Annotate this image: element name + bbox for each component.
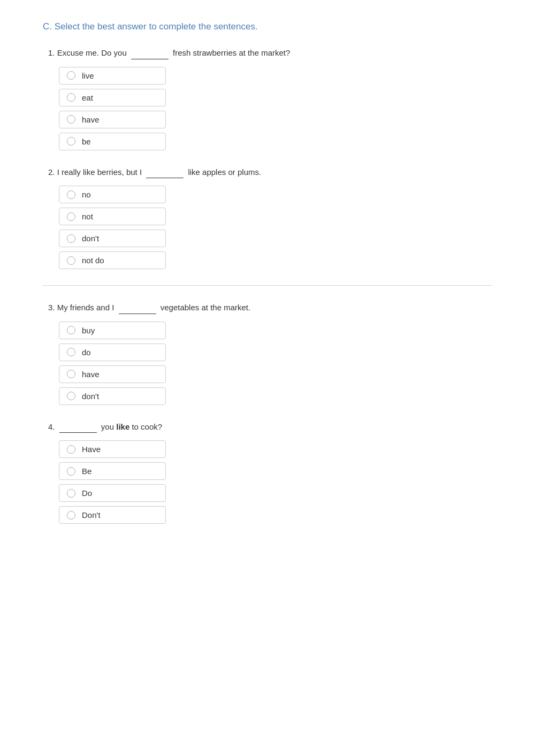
list-item: live <box>59 67 492 85</box>
radio-icon[interactable] <box>67 256 75 265</box>
radio-icon[interactable] <box>67 71 75 80</box>
option-3-3[interactable]: have <box>59 365 166 383</box>
option-label: have <box>82 115 100 124</box>
radio-icon[interactable] <box>67 489 75 498</box>
radio-icon[interactable] <box>67 212 75 221</box>
radio-icon[interactable] <box>67 190 75 199</box>
radio-icon[interactable] <box>67 467 75 476</box>
question-4-number: 4. you like to cook? <box>48 422 162 431</box>
question-3-number: 3. My friends and I vegetables at the ma… <box>48 303 250 312</box>
question-3-text: 3. My friends and I vegetables at the ma… <box>48 302 492 314</box>
radio-icon[interactable] <box>67 115 75 124</box>
radio-icon[interactable] <box>67 234 75 243</box>
list-item: be <box>59 133 492 150</box>
option-label: not <box>82 212 93 221</box>
question-1-blank <box>131 59 169 59</box>
option-label: don't <box>82 392 99 401</box>
option-label: don't <box>82 234 99 243</box>
option-3-2[interactable]: do <box>59 343 166 361</box>
question-1: 1. Excuse me. Do you fresh strawberries … <box>48 47 492 150</box>
question-2-blank <box>146 178 184 178</box>
option-label: no <box>82 190 91 199</box>
option-label: buy <box>82 326 95 335</box>
option-1-1[interactable]: live <box>59 67 166 85</box>
question-4-options: Have Be Do Don't <box>59 440 492 524</box>
list-item: do <box>59 343 492 361</box>
list-item: not <box>59 208 492 225</box>
option-label: Have <box>82 445 101 454</box>
radio-icon[interactable] <box>67 392 75 400</box>
list-item: Do <box>59 484 492 502</box>
option-1-3[interactable]: have <box>59 111 166 128</box>
question-3-blank <box>119 314 156 314</box>
radio-icon[interactable] <box>67 326 75 334</box>
option-label: live <box>82 71 94 80</box>
list-item: Don't <box>59 506 492 524</box>
option-2-3[interactable]: don't <box>59 230 166 247</box>
option-1-4[interactable]: be <box>59 133 166 150</box>
list-item: Be <box>59 462 492 480</box>
option-2-1[interactable]: no <box>59 186 166 203</box>
question-4-text: 4. you like to cook? <box>48 421 492 433</box>
option-2-2[interactable]: not <box>59 208 166 225</box>
option-label: Do <box>82 488 92 498</box>
section-divider <box>43 285 492 286</box>
list-item: not do <box>59 251 492 269</box>
list-item: don't <box>59 230 492 247</box>
list-item: have <box>59 111 492 128</box>
question-3: 3. My friends and I vegetables at the ma… <box>48 302 492 405</box>
radio-icon[interactable] <box>67 348 75 356</box>
list-item: no <box>59 186 492 203</box>
list-item: don't <box>59 387 492 405</box>
option-4-2[interactable]: Be <box>59 462 166 480</box>
option-1-2[interactable]: eat <box>59 89 166 106</box>
question-4-blank <box>59 432 97 433</box>
list-item: have <box>59 365 492 383</box>
question-4: 4. you like to cook? Have Be Do <box>48 421 492 524</box>
option-label: do <box>82 348 91 357</box>
question-3-options: buy do have don't <box>59 322 492 405</box>
radio-icon[interactable] <box>67 93 75 102</box>
option-label: have <box>82 370 100 379</box>
question-2-text: 2. I really like berries, but I like app… <box>48 166 492 179</box>
question-1-text: 1. Excuse me. Do you fresh strawberries … <box>48 47 492 59</box>
option-2-4[interactable]: not do <box>59 251 166 269</box>
option-4-1[interactable]: Have <box>59 440 166 458</box>
option-4-4[interactable]: Don't <box>59 506 166 524</box>
question-2-number: 2. I really like berries, but I like app… <box>48 167 261 177</box>
radio-icon[interactable] <box>67 370 75 378</box>
question-2: 2. I really like berries, but I like app… <box>48 166 492 270</box>
option-label: eat <box>82 93 93 102</box>
option-3-4[interactable]: don't <box>59 387 166 405</box>
question-1-options: live eat have be <box>59 67 492 150</box>
radio-icon[interactable] <box>67 137 75 146</box>
radio-icon[interactable] <box>67 445 75 454</box>
questions-section: 1. Excuse me. Do you fresh strawberries … <box>43 47 492 524</box>
list-item: buy <box>59 322 492 339</box>
section-title: C. Select the best answer to complete th… <box>43 21 492 32</box>
question-2-options: no not don't not do <box>59 186 492 269</box>
option-label: be <box>82 137 91 146</box>
radio-icon[interactable] <box>67 511 75 520</box>
option-3-1[interactable]: buy <box>59 322 166 339</box>
option-label: Don't <box>82 510 101 520</box>
list-item: Have <box>59 440 492 458</box>
option-label: Be <box>82 467 91 476</box>
option-label: not do <box>82 256 104 265</box>
list-item: eat <box>59 89 492 106</box>
question-1-number: 1. Excuse me. Do you fresh strawberries … <box>48 48 290 57</box>
option-4-3[interactable]: Do <box>59 484 166 502</box>
